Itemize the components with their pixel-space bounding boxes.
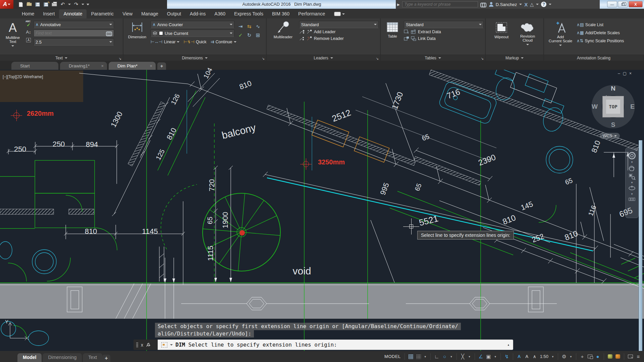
wcs-menu[interactable]: WCS	[600, 133, 620, 139]
panel-footer-annotation-scaling[interactable]: Annotation Scaling	[544, 55, 644, 61]
new-drawing-tab-button[interactable]: +	[157, 62, 166, 70]
add-leader-button[interactable]: Add Leader	[299, 30, 379, 34]
annotation-monitor-icon[interactable]: +	[580, 354, 585, 359]
multileader-button[interactable]: Multileader	[269, 20, 298, 54]
search-binoculars-icon[interactable]	[480, 2, 486, 6]
close-button[interactable]: X	[629, 1, 643, 7]
close-tab-icon[interactable]: ×	[150, 63, 152, 68]
workspace-dropdown-icon[interactable]: ▾	[570, 355, 572, 358]
text-align-icon[interactable]: A↕	[25, 29, 32, 35]
showmotion-icon[interactable]	[629, 197, 635, 202]
layout-tab-text[interactable]: Text	[83, 353, 102, 362]
command-collapse-icon[interactable]: ▴	[507, 343, 509, 347]
save-button[interactable]	[35, 2, 41, 7]
drawing-restore-icon[interactable]: ▢	[623, 71, 627, 76]
dim-jog-line-icon[interactable]: ∿	[254, 22, 262, 31]
model-space-button[interactable]: MODEL	[384, 354, 401, 359]
viewcube-south[interactable]: S	[611, 121, 615, 128]
ribbon-tab-add-ins[interactable]: Add-ins	[185, 9, 210, 18]
viewcube-west[interactable]: W	[592, 103, 598, 110]
polar-dropdown-icon[interactable]: ▾	[450, 355, 453, 358]
ribbon-tab-performance[interactable]: Performance	[294, 9, 329, 18]
infocenter-expand-icon[interactable]: ▶	[397, 3, 400, 6]
scale-list-button[interactable]: ∧▤Scale List	[577, 22, 624, 27]
search-input[interactable]	[402, 1, 478, 7]
annotation-autoscale-icon[interactable]: A	[525, 354, 529, 359]
signed-in-user[interactable]: D.Sanchez	[496, 2, 517, 7]
ribbon-tab-annotate[interactable]: Annotate	[59, 9, 87, 18]
quick-dimension-button[interactable]: ⊢↯⊣Quick	[183, 39, 206, 44]
polar-tracking-icon[interactable]: ○	[442, 354, 447, 359]
multileader-style-combo[interactable]: Standard	[299, 21, 379, 28]
ribbon-tab-output[interactable]: Output	[163, 9, 185, 18]
drawing-minimize-icon[interactable]: ‒	[618, 71, 620, 76]
customize-status-icon[interactable]: ≡	[636, 354, 641, 359]
annotation-scale-dropdown-icon[interactable]: ▾	[551, 355, 554, 358]
file-tab-start[interactable]: Start	[11, 62, 58, 70]
layout-tab-dimensioning[interactable]: Dimensioning	[43, 353, 82, 362]
osnap-dropdown-icon[interactable]: ▾	[494, 355, 497, 358]
viewcube-top-face[interactable]: TOP	[602, 96, 624, 117]
viewcube[interactable]: N E S W TOP	[591, 85, 635, 129]
zoom-dropdown-icon[interactable]: ▾	[631, 182, 633, 184]
add-delete-scales-button[interactable]: ∧▦Add/Delete Scales	[577, 30, 624, 35]
wipeout-button[interactable]: Wipeout	[491, 20, 512, 54]
ribbon-tab-express-tools[interactable]: Express Tools	[230, 9, 268, 18]
panel-footer-markup[interactable]: Markup	[486, 55, 544, 61]
viewcube-east[interactable]: E	[630, 103, 635, 110]
command-close-icon[interactable]: x	[141, 342, 143, 348]
ribbon-tab-parametric[interactable]: Parametric	[87, 9, 118, 18]
viewport-controls[interactable]: [−][Top][2D Wireframe]	[3, 74, 43, 79]
revision-cloud-button[interactable]: RevisionCloud	[517, 20, 539, 54]
table-style-combo[interactable]: Standard	[404, 21, 484, 28]
trusted-dwg-icon[interactable]	[615, 354, 620, 359]
isolate-objects-icon[interactable]	[608, 354, 612, 359]
ribbon-tab-a360[interactable]: A360	[210, 9, 230, 18]
snap-dropdown-icon[interactable]: ▾	[424, 355, 427, 358]
save-as-button[interactable]: ✎	[43, 2, 49, 7]
command-grip-icon[interactable]	[136, 342, 138, 348]
file-tab-drawing1[interactable]: Drawing1*×	[60, 62, 107, 70]
ribbon-tab-view[interactable]: View	[118, 9, 137, 18]
drawing-close-icon[interactable]: ×	[629, 71, 632, 76]
navbar-close-icon[interactable]: ×	[635, 148, 637, 152]
dim-break-icon[interactable]: ⇥	[236, 22, 245, 31]
drawing-canvas[interactable]	[0, 70, 644, 351]
open-file-button[interactable]	[26, 2, 32, 7]
orbit-dropdown-icon[interactable]: ▾	[631, 193, 633, 195]
undo-button[interactable]: ↶	[60, 2, 66, 7]
wheel-dropdown-icon[interactable]: ▾	[631, 161, 633, 163]
dim-reassociate-icon[interactable]: ⊞	[254, 31, 262, 40]
text-height-combo[interactable]: 2.5	[34, 38, 114, 46]
sync-scale-positions-button[interactable]: ∧⇅Sync Scale Positions	[577, 38, 624, 43]
workspace-gear-icon[interactable]: ⚙	[562, 354, 567, 360]
isodraft-dropdown-icon[interactable]: ▾	[468, 355, 471, 358]
ribbon-tab-insert[interactable]: Insert	[39, 9, 59, 18]
ribbon-tab-bim-360[interactable]: BIM 360	[268, 9, 294, 18]
dim-layer-combo[interactable]: Use Current	[151, 30, 234, 37]
panel-footer-leaders[interactable]: Leaders↘	[267, 55, 381, 61]
panel-footer-dimensions[interactable]: Dimensions↘	[123, 55, 267, 61]
ortho-icon[interactable]: ∟	[434, 354, 439, 359]
new-layout-button[interactable]: +	[102, 355, 110, 362]
linear-dimension-button[interactable]: ⊢↔⊣Linear	[151, 39, 179, 44]
redo-button[interactable]: ↷	[73, 2, 79, 7]
extract-data-button[interactable]: Extract Data	[404, 30, 484, 34]
dim-adjust-space-icon[interactable]: ⇆	[245, 22, 254, 31]
dimension-button[interactable]: Dimension	[125, 20, 149, 54]
find-text-box[interactable]	[34, 30, 114, 37]
dialog-launcher-icon[interactable]: ↘	[481, 57, 484, 60]
vertical-scrollbar[interactable]	[639, 140, 642, 362]
table-button[interactable]: Table	[383, 20, 402, 54]
new-file-button[interactable]	[18, 2, 24, 7]
a360-dropdown-icon[interactable]	[536, 4, 539, 6]
ribbon-display-toggle[interactable]	[334, 12, 345, 18]
dim-update-icon[interactable]: ↻	[245, 31, 254, 40]
plot-button[interactable]	[51, 2, 57, 7]
osnap-icon[interactable]: ▣	[486, 354, 491, 360]
ribbon-tab-manage[interactable]: Manage	[137, 9, 163, 18]
annotation-visibility-icon[interactable]: A	[517, 354, 522, 359]
dynamic-input-icon[interactable]: ↯	[504, 354, 509, 360]
annotation-scale-value[interactable]: 1:50	[540, 354, 548, 359]
command-customize-wrench-icon[interactable]	[146, 343, 151, 347]
